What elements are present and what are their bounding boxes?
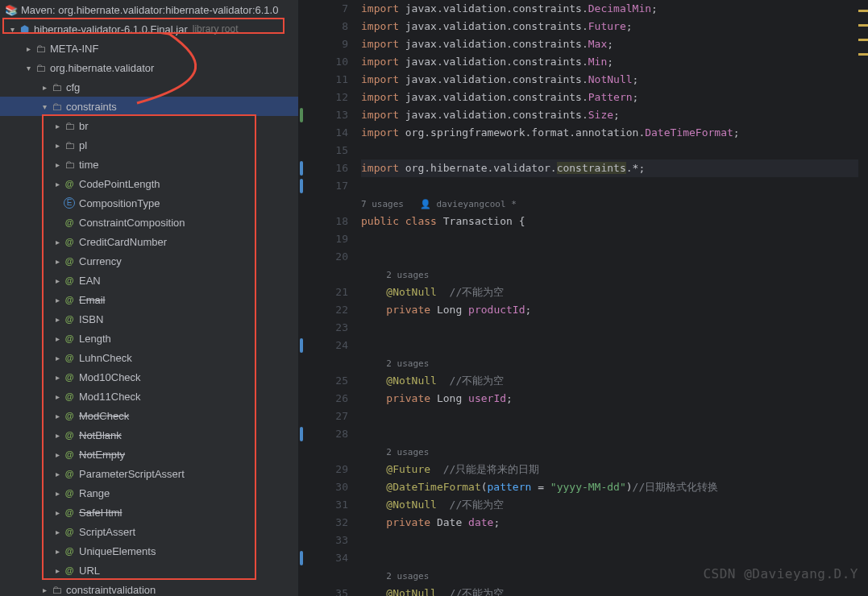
- tree-item-isbn[interactable]: ▸@ISBN: [0, 309, 298, 329]
- scrollbar[interactable]: [858, 0, 868, 596]
- tree-item-currency[interactable]: ▸@Currency: [0, 251, 298, 271]
- tree-row-jar[interactable]: ▾ ⬢ hibernate-validator-6.1.0.Final.jar …: [0, 19, 298, 39]
- tree-item-br[interactable]: ▸🗀br: [0, 116, 298, 135]
- line-number: 18: [298, 213, 348, 230]
- code-line[interactable]: import javax.validation.constraints.Min;: [361, 53, 868, 71]
- chevron-right-icon: ▸: [52, 565, 63, 576]
- code-line[interactable]: import org.hibernate.validator.constrain…: [361, 159, 868, 177]
- annotation-icon: @: [63, 312, 76, 325]
- tree-row-metainf[interactable]: ▸ 🗀 META-INF: [0, 39, 298, 58]
- tree-item-email[interactable]: ▸@Email: [0, 290, 298, 309]
- tree-item-codepointlength[interactable]: ▸@CodePointLength: [0, 174, 298, 193]
- code-line[interactable]: import javax.validation.constraints.Max;: [361, 35, 868, 53]
- tree-row-constraints[interactable]: ▾ 🗀 constraints: [0, 97, 298, 116]
- code-line[interactable]: import javax.validation.constraints.Futu…: [361, 18, 868, 35]
- code-line[interactable]: @NotNull //不能为空: [361, 372, 868, 390]
- code-line[interactable]: public class Transaction {: [361, 213, 868, 230]
- code-line[interactable]: [361, 425, 868, 443]
- tree-item-notblank[interactable]: ▸@NotBlank: [0, 425, 298, 445]
- code-line[interactable]: 2 usages: [361, 354, 868, 372]
- code-line[interactable]: private Date date;: [361, 514, 868, 532]
- tree-row-maven[interactable]: 📚 Maven: org.hibernate.validator:hiberna…: [0, 0, 298, 19]
- tree-row-cfg[interactable]: ▸ 🗀 cfg: [0, 77, 298, 97]
- code-editor[interactable]: 7891011121314151617181920212223242526272…: [298, 0, 868, 596]
- tree-item-label: UniqueElements: [79, 545, 156, 557]
- annotation-icon: @: [63, 486, 76, 499]
- code-line[interactable]: [361, 532, 868, 549]
- tree-item-ean[interactable]: ▸@EAN: [0, 271, 298, 290]
- code-line[interactable]: import org.springframework.format.annota…: [361, 124, 868, 142]
- code-line[interactable]: [361, 177, 868, 195]
- tree-item-label: URL: [79, 565, 100, 577]
- tree-item-label: CodePointLength: [79, 178, 160, 190]
- code-area[interactable]: import javax.validation.constraints.Deci…: [361, 0, 868, 596]
- tree-item-mod10check[interactable]: ▸@Mod10Check: [0, 367, 298, 387]
- tree-item-label: ScriptAssert: [79, 526, 135, 538]
- tree-item-label: Length: [79, 333, 111, 345]
- line-number: 21: [298, 284, 348, 301]
- code-line[interactable]: import javax.validation.constraints.Size…: [361, 106, 868, 124]
- code-line[interactable]: 2 usages: [361, 266, 868, 284]
- code-line[interactable]: @DateTimeFormat(pattern = "yyyy-MM-dd")/…: [361, 478, 868, 496]
- chevron-right-icon: ▸: [23, 43, 34, 54]
- code-line[interactable]: private Long userId;: [361, 390, 868, 408]
- code-line[interactable]: import javax.validation.constraints.Deci…: [361, 0, 868, 18]
- tree-item-mod11check[interactable]: ▸@Mod11Check: [0, 387, 298, 406]
- tree-item-uniqueelements[interactable]: ▸@UniqueElements: [0, 541, 298, 561]
- folder-icon: 🗀: [50, 81, 63, 93]
- maven-icon: 📚: [5, 3, 18, 16]
- tree-item-parameterscriptassert[interactable]: ▸@ParameterScriptAssert: [0, 464, 298, 483]
- tree-item-label: Currency: [79, 255, 122, 267]
- tree-item-url[interactable]: ▸@URL: [0, 561, 298, 580]
- tree-item-pl[interactable]: ▸🗀pl: [0, 135, 298, 155]
- tree-row-pkgroot[interactable]: ▾ 🗀 org.hibernate.validator: [0, 58, 298, 77]
- line-number: 13: [298, 106, 348, 124]
- tree-row-constraintvalidation[interactable]: ▸ 🗀 constraintvalidation: [0, 580, 298, 596]
- line-number: 28: [298, 425, 348, 443]
- tree-item-creditcardnumber[interactable]: ▸@CreditCardNumber: [0, 232, 298, 251]
- tree-item-compositiontype[interactable]: ECompositionType: [0, 193, 298, 213]
- code-line[interactable]: [361, 248, 868, 266]
- code-line[interactable]: @NotNull //不能为空: [361, 496, 868, 514]
- tree-item-label: NotEmpty: [79, 449, 125, 461]
- line-number: 22: [298, 301, 348, 319]
- code-line[interactable]: 2 usages: [361, 443, 868, 461]
- code-line[interactable]: private Long productId;: [361, 301, 868, 319]
- code-line[interactable]: @NotNull //不能为空: [361, 585, 868, 596]
- code-line[interactable]: @Future //只能是将来的日期: [361, 461, 868, 478]
- project-tree[interactable]: 📚 Maven: org.hibernate.validator:hiberna…: [0, 0, 298, 596]
- code-line[interactable]: [361, 319, 868, 337]
- code-line[interactable]: [361, 142, 868, 159]
- line-number: 7: [298, 0, 348, 18]
- code-line[interactable]: [361, 230, 868, 248]
- tree-item-range[interactable]: ▸@Range: [0, 483, 298, 503]
- tree-item-luhncheck[interactable]: ▸@LuhnCheck: [0, 348, 298, 367]
- chevron-right-icon: ▸: [52, 507, 63, 518]
- annotation-icon: @: [63, 390, 76, 403]
- annotation-icon: @: [63, 564, 76, 577]
- tree-item-safehtml[interactable]: ▸@SafeHtml: [0, 503, 298, 522]
- code-line[interactable]: 2 usages: [361, 567, 868, 585]
- code-line[interactable]: import javax.validation.constraints.Patt…: [361, 89, 868, 106]
- chevron-down-icon: ▾: [23, 62, 34, 73]
- tree-item-scriptassert[interactable]: ▸@ScriptAssert: [0, 522, 298, 541]
- tree-item-modcheck[interactable]: ▸@ModCheck: [0, 406, 298, 425]
- code-line[interactable]: [361, 408, 868, 425]
- line-number: 30: [298, 478, 348, 496]
- tree-item-notempty[interactable]: ▸@NotEmpty: [0, 445, 298, 464]
- chevron-right-icon: ▸: [52, 294, 63, 305]
- code-line[interactable]: [361, 337, 868, 354]
- code-line[interactable]: [361, 549, 868, 567]
- annotation-icon: @: [63, 409, 76, 422]
- chevron-right-icon: ▸: [52, 526, 63, 537]
- code-line[interactable]: import javax.validation.constraints.NotN…: [361, 71, 868, 89]
- code-line[interactable]: @NotNull //不能为空: [361, 284, 868, 301]
- tree-item-label: Mod11Check: [79, 391, 141, 403]
- tree-item-constraintcomposition[interactable]: @ConstraintComposition: [0, 213, 298, 232]
- tree-item-length[interactable]: ▸@Length: [0, 329, 298, 348]
- tree-item-time[interactable]: ▸🗀time: [0, 155, 298, 174]
- folder-icon: 🗀: [63, 119, 76, 132]
- annotation-icon: @: [63, 235, 76, 248]
- tree-item-label: pl: [79, 139, 87, 151]
- code-line[interactable]: 7 usages 👤 davieyangcool *: [361, 195, 868, 213]
